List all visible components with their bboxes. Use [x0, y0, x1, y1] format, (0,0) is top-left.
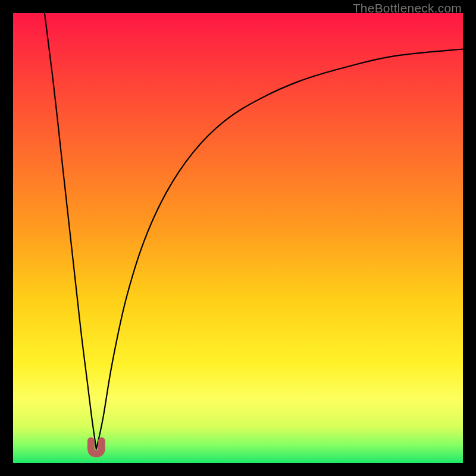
watermark-text: TheBottleneck.com	[353, 1, 462, 15]
curve-right-branch	[96, 49, 463, 449]
bottleneck-curve	[13, 13, 463, 463]
chart-frame: TheBottleneck.com	[0, 0, 476, 476]
plot-area	[13, 13, 463, 463]
curve-left-branch	[45, 13, 96, 449]
